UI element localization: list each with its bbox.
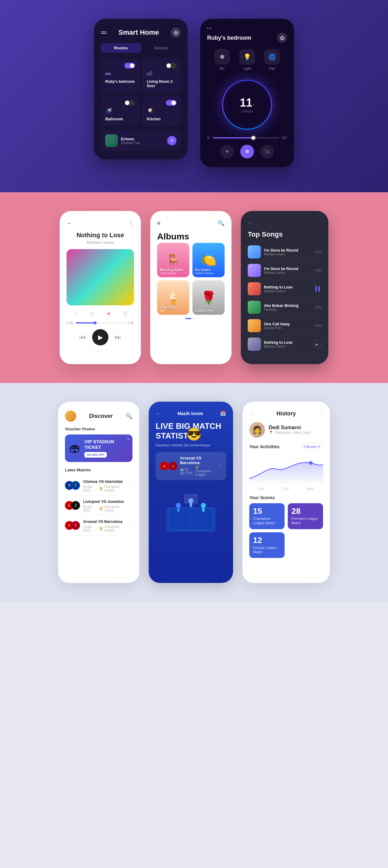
profile-location: 📍 Sukabumi, West Java (269, 430, 311, 435)
scores-label: Your Scores (249, 495, 323, 500)
album-crazy-love[interactable]: 🌹 Crazy Love (192, 280, 225, 315)
slider-max: 30° (282, 136, 287, 140)
song-artist-4: Fourtwity (264, 308, 312, 311)
power-button[interactable]: ⏻ (171, 28, 181, 37)
topsongs-back-btn[interactable]: ← (248, 220, 253, 225)
menu-icon[interactable] (101, 32, 106, 34)
slider-thumb[interactable] (252, 136, 255, 140)
chevron-up-icon[interactable]: ⌃⌃ (67, 350, 134, 355)
ctrl-ac[interactable]: ❄ AC (214, 49, 230, 70)
activities-header: Your Activities 3 Months ▾ (249, 443, 323, 450)
match-vs-1: VS (99, 479, 105, 484)
slider-min: 0° (207, 136, 211, 140)
history-more-btn[interactable]: ⋯ (318, 411, 323, 417)
toggle-kitchen[interactable] (166, 100, 176, 106)
song-duration-2: 4:30 (315, 269, 321, 272)
match-more-btn-1[interactable]: ⋮ (127, 482, 132, 488)
period-select[interactable]: 3 Months ▾ (300, 443, 323, 450)
room-rubys-bedroom[interactable]: 🛏 Ruby's bedroom (101, 58, 139, 93)
section-smart-home: Smart Home ⏻ Rooms Scenes 🛏 Ruby's bedro… (0, 0, 388, 192)
room-kitchen[interactable]: 🍳 Kitchen (142, 96, 181, 126)
album-true-color[interactable]: 🍦 True Color Tael (157, 280, 189, 315)
song-item-4[interactable]: Aku Bukan Bintang Fourtwity 3:45 (248, 298, 321, 317)
stadium-illustration-svg (160, 488, 222, 538)
album-morning-spirit[interactable]: 🪑 Morning Spirit Violet Stories (157, 243, 189, 277)
match-more-btn-2[interactable]: ⋮ (127, 502, 132, 508)
featured-match-name: Arsenal VS Barcelona (180, 456, 215, 465)
match-more-btn-3[interactable]: ⋮ (127, 522, 132, 528)
mode-snow-btn[interactable]: ❄ (240, 145, 254, 158)
bedroom-power-btn[interactable]: ⏻ (277, 33, 287, 43)
music-back-btn[interactable]: ← (67, 220, 72, 227)
prev-btn[interactable]: ⏮ (79, 333, 86, 341)
music-more-btn[interactable]: ⋮ (128, 220, 134, 227)
albums-grid: 🪑 Morning Spirit Violet Stories 🍋 Go Gre… (157, 243, 225, 315)
lm-calendar-icon[interactable]: 📅 (220, 410, 226, 416)
scroll-indicator (157, 318, 225, 319)
chart-label-jan: JAN (258, 487, 264, 491)
discover-search-icon[interactable]: 🔍 (126, 412, 132, 420)
voucher-banner[interactable]: 🏟 VIP STADIUM TICKET Get 25% OFF ✕ (65, 434, 132, 462)
lm-back-btn[interactable]: ← (156, 411, 161, 416)
album-go-green[interactable]: 🍋 Go Green Avante Stories (192, 243, 225, 277)
temp-celsius: Celsius (241, 110, 253, 113)
play-pause-btn[interactable]: ▶ (92, 329, 108, 345)
match-home-3: Arsenal (83, 520, 97, 524)
match-home-2: Liverpool (83, 499, 100, 504)
ctrl-fan[interactable]: 🌀 Fan (264, 49, 280, 70)
slider-track[interactable] (213, 137, 280, 138)
music-actions: ⤢ ↻ ♥ ☰ (67, 310, 134, 317)
room-label-living-room: Living Room 2 floor (147, 80, 176, 88)
match-info-3: Arsenal VS Barcelona 10 Apr 2019 🏆 Champ… (83, 519, 124, 532)
voucher-cta-btn[interactable]: Get 25% OFF (84, 452, 107, 458)
match-item-1: C I Chelsea VS Intermilan 02 Apr 2019 🏆 … (65, 475, 132, 495)
mode-wind-btn[interactable]: 🌬 (260, 145, 274, 158)
profile-info: Dedi Sumarni 📍 Sukabumi, West Java (269, 425, 311, 435)
song-item-6[interactable]: Nothing to Lose Michael Learns ▶ (248, 335, 321, 353)
ctrl-light[interactable]: 💡 Light (239, 49, 255, 70)
album-art-display: 😎 (67, 249, 134, 305)
room-living-room[interactable]: 🛋 Living Room 2 floor (142, 58, 181, 93)
song-item-5[interactable]: One Call Away Charlie Puth 5:20 (248, 317, 321, 335)
hamburger-icon[interactable]: ≡ (157, 220, 161, 227)
toggle-rubys-bedroom[interactable] (124, 63, 135, 68)
next-btn[interactable]: ⏭ (115, 333, 122, 341)
rooms-grid: 🛏 Ruby's bedroom 🛋 Living Room 2 floor (101, 58, 181, 126)
song-thumb-1 (248, 245, 261, 258)
now-playing-title: Echoes (121, 137, 164, 141)
progress-fill (75, 322, 94, 323)
progress-track[interactable] (75, 322, 125, 323)
svg-point-14 (308, 460, 313, 465)
song-item-2[interactable]: I'm Gona be Round Michael Learns 4:30 (248, 261, 321, 280)
temp-slider[interactable]: 0° 30° (207, 136, 287, 140)
like-icon[interactable]: ♥ (107, 311, 110, 317)
shuffle-icon[interactable]: ⤢ (73, 310, 77, 317)
progress-thumb[interactable] (93, 321, 97, 324)
song-play-btn-6[interactable]: ▶ (313, 340, 321, 348)
lm-nav-title: Masih lorem (177, 411, 203, 416)
song-item-3[interactable]: Nothing to Lose Michael Learns ▌▌ (248, 280, 321, 298)
toggle-bathroom[interactable] (124, 100, 135, 106)
score-europa-value: 12 (253, 536, 281, 544)
repeat-icon[interactable]: ↻ (90, 310, 95, 317)
toggle-living-room[interactable] (166, 63, 176, 68)
song-name-1: I'm Gona be Round (264, 248, 312, 253)
album-go-green-artist: Avante Stories (195, 272, 213, 275)
room-bathroom[interactable]: 🚿 Bathroom (101, 96, 139, 126)
list-icon[interactable]: ☰ (123, 310, 128, 317)
tab-scenes[interactable]: Scenes (141, 43, 181, 53)
song-item-1[interactable]: I'm Gona be Round Michael Learns 3:22 (248, 243, 321, 261)
featured-match-more-btn[interactable]: ⋮ (218, 464, 222, 469)
logo-juve: J (71, 501, 80, 510)
voucher-close-btn[interactable]: ✕ (127, 437, 130, 441)
mode-sun-btn[interactable]: ☀ (220, 145, 234, 158)
featured-match-date: 📅 10 Apr 2019 (180, 468, 193, 475)
song-artist-6: Michael Learns (264, 345, 310, 348)
featured-match-banner[interactable]: A B Arsenal VS Barcelona 📅 10 Apr 2019 🏆… (156, 452, 226, 480)
albums-search-icon[interactable]: 🔍 (218, 220, 225, 227)
history-back-btn[interactable]: ← (249, 411, 254, 417)
tab-rooms[interactable]: Rooms (101, 43, 141, 53)
now-playing-pause-btn[interactable]: ⏸ (167, 136, 176, 145)
song-name-4: Aku Bukan Bintang (264, 304, 312, 308)
discover-title: Discover (76, 413, 126, 420)
